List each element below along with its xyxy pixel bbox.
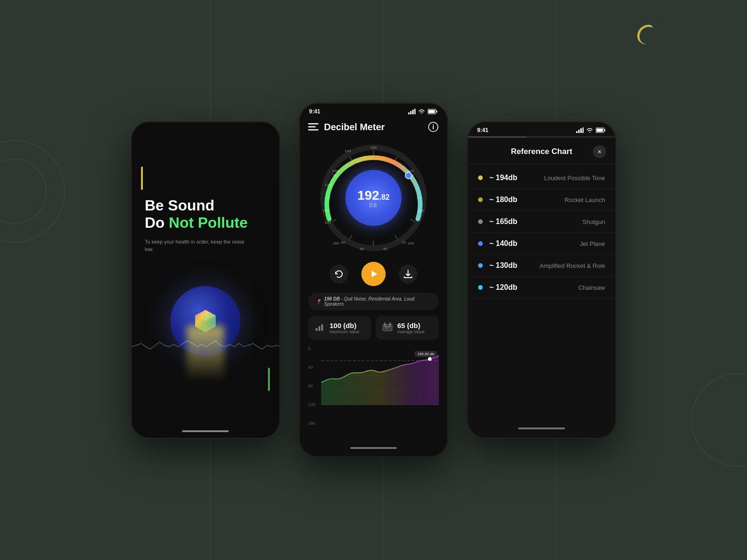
svg-point-46 [405,172,412,179]
svg-line-31 [350,157,352,161]
headline-green: Not Pollute [169,214,248,231]
svg-rect-9 [412,110,414,114]
phone-splash: Be Sound Do Not Pollute To keep your hea… [131,121,280,439]
max-stat-card: 100 (db) Maximum Value [308,316,371,340]
status-icons-meter [408,109,438,114]
phone-reference: 9:41 [467,121,616,439]
gauge-center: 192 .82 DB [345,170,402,226]
ref-dot [478,241,483,246]
splash-yellow-bar [141,167,143,190]
svg-rect-8 [410,111,412,114]
ref-list-item: ~ 194db Loudest Possible Tone [468,167,615,189]
svg-text:140: 140 [345,149,351,153]
status-time-ref: 9:41 [477,127,488,133]
svg-point-1 [228,122,279,174]
svg-text:280: 280 [323,209,329,213]
svg-point-62 [428,357,432,361]
ref-dot [478,197,483,202]
gauge-wrapper: 180 200 220 240 260 280 160 140 120 100 … [317,142,430,254]
wifi-icon [418,109,425,114]
svg-rect-48 [316,328,317,331]
header-left: Decibel Meter [308,122,385,133]
gauge-decimal-value: .82 [379,193,389,202]
moon-decoration [633,21,658,47]
chart-area: 160 120 80 40 0 [308,346,439,435]
ref-dot [478,285,483,290]
svg-text:180: 180 [370,146,377,150]
svg-text:260: 260 [333,241,339,245]
ref-list-item: ~ 180db Rocket Launch [468,189,615,211]
avg-label: Average Value [397,329,424,334]
ref-description: Jet Plane [527,240,605,247]
ref-description: Chainsaw [527,284,605,291]
svg-text:220: 220 [418,209,424,213]
ref-description: Shotgun [527,218,605,225]
svg-point-0 [218,122,279,183]
svg-rect-68 [605,129,606,131]
info-bar: 📍 198 DB - Quit Noise, Residental Area, … [308,293,439,310]
splash-text-area: Be Sound Do Not Pollute To keep your hea… [145,197,266,253]
ref-list: ~ 194db Loudest Possible Tone ~ 180db Ro… [468,164,615,418]
svg-text:100: 100 [324,220,331,224]
bg-circle-inner [0,159,47,224]
ref-description: Rocket Launch [527,196,605,203]
ref-db-value: ~ 130db [489,261,527,270]
battery-icon-ref [596,127,606,133]
ref-list-item: ~ 130db Amplified Rocket & Role [468,255,615,277]
signal-icon-ref [576,127,584,133]
ref-list-item: ~ 140db Jet Plane [468,233,615,255]
svg-point-3 [247,136,265,155]
chart-tooltip: 192.82 db [415,351,437,357]
meter-header: Decibel Meter i [300,118,447,137]
info-icon[interactable]: i [428,121,439,133]
meter-title: Decibel Meter [324,122,385,133]
wifi-icon-ref [586,127,593,133]
splash-headline: Be Sound Do Not Pollute [145,197,266,231]
svg-rect-66 [583,127,584,133]
download-button[interactable] [399,265,417,283]
avg-icon [382,322,393,334]
max-label: Maximum Value [330,329,359,334]
svg-rect-10 [415,109,416,114]
ref-db-value: ~ 120db [489,283,527,292]
gauge-main-value: 192 [358,188,380,203]
svg-rect-12 [437,111,437,112]
svg-marker-47 [372,271,377,277]
svg-text:160: 160 [332,169,338,173]
ref-list-item: ~ 165db Shotgun [468,211,615,233]
menu-icon[interactable] [308,123,318,131]
splash-subtext: To keep your health in order, keep the n… [145,238,247,253]
svg-line-27 [350,235,352,239]
headline-line1: Be Sound [145,197,214,214]
svg-line-28 [332,219,337,222]
svg-line-25 [395,235,397,239]
gauge-container: 180 200 220 240 260 280 160 140 120 100 … [300,137,447,256]
svg-rect-69 [597,129,603,132]
ref-home-indicator [468,418,615,438]
headline-line2: Do [145,214,169,231]
ref-dot [478,175,483,180]
phone-meter: 9:41 [299,103,448,457]
stats-row: 100 (db) Maximum Value [308,316,439,340]
ref-db-value: ~ 140db [489,239,527,248]
gauge-unit: DB [369,203,378,208]
bg-circle-right [691,373,747,467]
close-button[interactable]: × [593,145,606,158]
svg-rect-16 [308,129,318,131]
battery-icon [428,109,438,114]
avg-stat-card: 65 (db) Average Value [376,316,439,340]
svg-rect-14 [308,123,318,125]
reset-button[interactable] [330,265,348,283]
ref-description: Amplified Rocket & Role [527,262,605,269]
svg-text:80: 80 [341,240,345,245]
max-value: 100 (db) [330,322,359,329]
play-button[interactable] [361,262,386,286]
controls-row [300,256,447,291]
svg-rect-49 [318,326,320,331]
svg-line-24 [411,219,415,222]
splash-home-indicator [182,430,229,432]
svg-text:240: 240 [408,241,414,245]
svg-rect-64 [578,130,580,133]
meter-home-indicator [300,439,447,456]
svg-text:i: i [432,123,434,131]
